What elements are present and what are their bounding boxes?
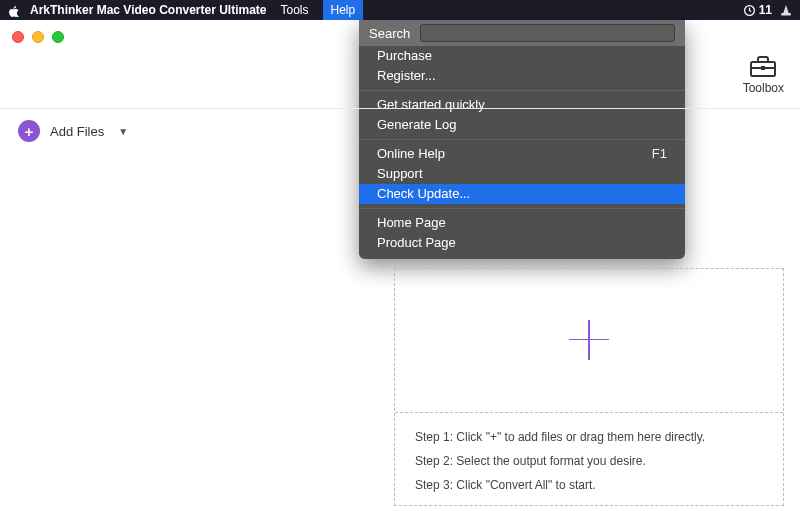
plus-icon <box>569 320 609 360</box>
drop-zone-plus-area[interactable] <box>395 269 783 410</box>
svg-rect-1 <box>781 13 791 16</box>
svg-rect-4 <box>761 66 765 70</box>
drop-zone[interactable]: Step 1: Click "+" to add files or drag t… <box>394 268 784 506</box>
toolbox-label: Toolbox <box>743 81 784 95</box>
menu-product-page[interactable]: Product Page <box>359 233 685 253</box>
menu-help[interactable]: Help <box>323 0 364 20</box>
toolbox-icon <box>750 55 776 77</box>
minimize-button[interactable] <box>32 31 44 43</box>
macos-menubar: ArkThinker Mac Video Converter Ultimate … <box>0 0 800 20</box>
window-controls <box>12 31 64 43</box>
instructions: Step 1: Click "+" to add files or drag t… <box>395 412 783 505</box>
plus-icon: + <box>18 120 40 142</box>
toolbox-button[interactable]: Toolbox <box>743 55 784 95</box>
zoom-button[interactable] <box>52 31 64 43</box>
toolbar-divider <box>0 108 800 109</box>
menu-separator <box>359 90 685 91</box>
help-search-row: Search <box>359 20 685 46</box>
menu-tools[interactable]: Tools <box>281 3 309 17</box>
status-count: 11 <box>759 3 772 17</box>
step-1: Step 1: Click "+" to add files or drag t… <box>415 425 763 449</box>
menu-online-help[interactable]: Online Help F1 <box>359 144 685 164</box>
add-files-button[interactable]: + Add Files ▼ <box>18 120 128 142</box>
menu-separator <box>359 208 685 209</box>
menu-get-started[interactable]: Get started quickly <box>359 95 685 115</box>
close-button[interactable] <box>12 31 24 43</box>
apple-icon[interactable] <box>8 4 20 17</box>
status-clock-icon[interactable]: 11 <box>743 3 772 17</box>
help-search-input[interactable] <box>420 24 675 42</box>
help-search-label: Search <box>369 26 410 41</box>
step-2: Step 2: Select the output format you des… <box>415 449 763 473</box>
step-3: Step 3: Click "Convert All" to start. <box>415 473 763 497</box>
menu-home-page[interactable]: Home Page <box>359 213 685 233</box>
vlc-icon[interactable] <box>780 4 792 17</box>
shortcut-f1: F1 <box>652 146 667 162</box>
menu-purchase[interactable]: Purchase <box>359 46 685 66</box>
menu-check-update[interactable]: Check Update... <box>359 184 685 204</box>
app-title: ArkThinker Mac Video Converter Ultimate <box>30 3 267 17</box>
help-menu: Search Purchase Register... Get started … <box>359 20 685 259</box>
menu-generate-log[interactable]: Generate Log <box>359 115 685 135</box>
menu-separator <box>359 139 685 140</box>
menu-register[interactable]: Register... <box>359 66 685 86</box>
menu-support[interactable]: Support <box>359 164 685 184</box>
add-files-label: Add Files <box>50 124 104 139</box>
chevron-down-icon[interactable]: ▼ <box>118 126 128 137</box>
